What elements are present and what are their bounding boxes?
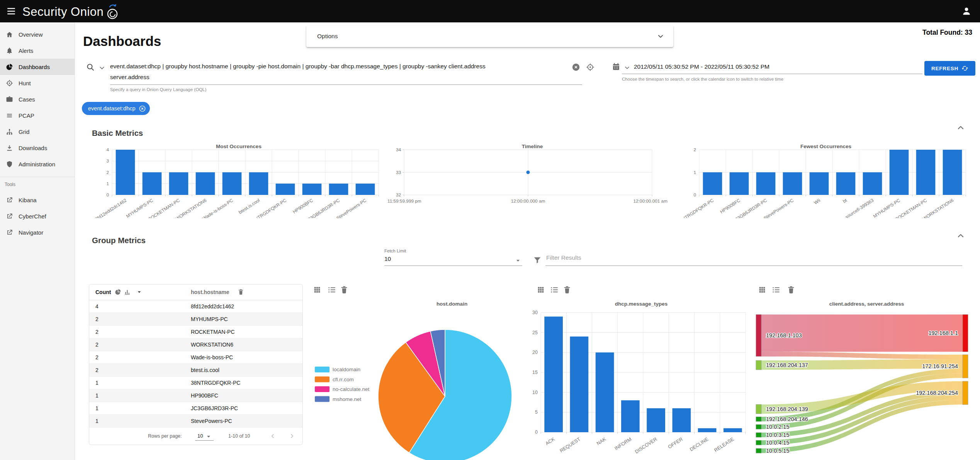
query-input[interactable]: event.dataset:dhcp | groupby host.hostna… [110, 61, 574, 83]
sankey-node-192-168-1-103[interactable] [756, 315, 761, 357]
bar[interactable] [724, 428, 742, 432]
rows-per-page-caret-icon[interactable] [205, 433, 212, 440]
pie-chart-toggle-icon[interactable] [115, 289, 121, 295]
sidebar-item-administration[interactable]: Administration [0, 156, 75, 172]
sidebar-item-pcap[interactable]: PCAP [0, 107, 75, 123]
sankey-node-192-168-204-146[interactable] [756, 417, 761, 421]
timeline-plot[interactable]: 34333211:59:59.999 pm12:00:00.000 am12:0… [386, 141, 678, 218]
bar[interactable] [169, 172, 189, 195]
sankey-node-10-0-5-15[interactable] [756, 448, 761, 453]
bar[interactable] [698, 428, 717, 432]
table-view-icon[interactable] [758, 286, 766, 294]
sort-caret-icon[interactable] [136, 289, 143, 295]
sidebar-item-downloads[interactable]: Downloads [0, 140, 75, 156]
bar[interactable] [703, 172, 722, 195]
sidebar-item-grid[interactable]: Grid [0, 123, 75, 140]
fewest-occurrences-bars[interactable]: 01238NTRGDFQKR-PCHP900BFCJC3GB6JRD3R-PCS… [680, 141, 972, 218]
calendar-icon[interactable] [612, 63, 620, 71]
sankey-node-10-0-4-15[interactable] [756, 440, 761, 445]
legend-label[interactable]: mshome.net [333, 396, 362, 402]
table-row[interactable]: 2btest.is.cool [89, 364, 302, 377]
bar[interactable] [756, 172, 776, 195]
table-row[interactable]: 2WORKSTATION6 [89, 338, 302, 351]
hostname-column-header[interactable]: host.hostname [191, 289, 229, 295]
most-occurrences-bars[interactable]: 012348fd12edd2dc1462MYHUMPS-PCROCKETMAN-… [93, 141, 385, 218]
sidebar-item-overview[interactable]: Overview [0, 26, 75, 42]
legend-swatch[interactable] [315, 386, 329, 392]
refresh-button[interactable]: REFRESH [924, 61, 975, 76]
bar[interactable] [356, 184, 375, 195]
crosshair-actions-icon[interactable] [586, 63, 594, 71]
sankey-node-192-168-1-1[interactable] [963, 315, 968, 352]
bar[interactable] [810, 172, 829, 195]
list-view-icon[interactable] [550, 286, 559, 294]
bar[interactable] [943, 150, 962, 195]
sankey-node-172-16-91-254[interactable] [963, 355, 968, 378]
sankey-node-10-0-3-15[interactable] [756, 433, 761, 437]
table-row[interactable]: 1JC3GB6JRD3R-PC [89, 402, 302, 415]
sidebar-item-navigator[interactable]: Navigator [0, 224, 75, 240]
sankey-link[interactable] [761, 352, 963, 360]
table-row[interactable]: 2ROCKETMAN-PC [89, 326, 302, 338]
bar[interactable] [621, 400, 640, 432]
sidebar-item-kibana[interactable]: Kibana [0, 192, 75, 208]
bar[interactable] [143, 172, 162, 195]
bar[interactable] [647, 408, 665, 432]
bar[interactable] [249, 172, 268, 195]
table-row[interactable]: 2MYHUMPS-PC [89, 313, 302, 326]
sankey-node-10-0-2-15[interactable] [756, 424, 761, 429]
chevron-down-icon[interactable] [656, 32, 665, 41]
trash-icon[interactable] [340, 286, 348, 294]
sidebar-item-cyberchef[interactable]: CyberChef [0, 208, 75, 224]
table-row[interactable]: 48fd12edd2dc1462 [89, 300, 302, 313]
table-row[interactable]: 2Wade-is-boss-PC [89, 351, 302, 364]
filter-chip[interactable]: event.dataset:dhcp [82, 102, 150, 115]
trash-icon[interactable] [238, 289, 244, 295]
clear-query-icon[interactable] [572, 63, 580, 71]
sankey-node-192-168-204-139[interactable] [756, 404, 761, 414]
options-panel[interactable]: Options [306, 25, 673, 47]
bar[interactable] [673, 408, 691, 432]
user-icon[interactable] [961, 6, 972, 16]
bar[interactable] [196, 172, 215, 195]
fetch-limit-select[interactable]: 10 [384, 255, 391, 262]
bar[interactable] [222, 172, 242, 195]
bar[interactable] [302, 184, 322, 195]
sankey-node-192-168-204-254[interactable] [963, 381, 968, 404]
legend-label[interactable]: no-calculate.net [333, 386, 370, 392]
bar[interactable] [329, 184, 348, 195]
legend-swatch[interactable] [315, 396, 329, 402]
table-row[interactable]: 138NTRGDFQKR-PC [89, 377, 302, 389]
table-row[interactable]: 1StevePowers-PC [89, 415, 302, 428]
trash-icon[interactable] [563, 286, 571, 294]
table-view-icon[interactable] [537, 286, 545, 294]
count-column-header[interactable]: Count [95, 289, 111, 295]
group-metrics-collapse-icon[interactable] [956, 231, 966, 241]
data-point[interactable] [527, 171, 530, 174]
legend-label[interactable]: localdomain [333, 367, 360, 372]
bar[interactable] [596, 352, 614, 432]
bar-chart-toggle-icon[interactable] [124, 289, 131, 295]
bar[interactable] [783, 172, 802, 195]
sidebar-item-hunt[interactable]: Hunt [0, 75, 75, 91]
bar[interactable] [276, 184, 295, 195]
date-expand-chevron-icon[interactable] [623, 64, 631, 71]
fetch-limit-caret-icon[interactable] [515, 257, 521, 264]
trash-icon[interactable] [787, 286, 795, 294]
list-view-icon[interactable] [328, 286, 336, 294]
sankey-node-192-168-204-137[interactable] [756, 360, 761, 370]
legend-swatch[interactable] [315, 377, 329, 382]
table-view-icon[interactable] [313, 286, 321, 294]
bar[interactable] [863, 172, 882, 195]
dhcp-message-types-bars[interactable]: 051015202530ACKREQUESTNAKINFORMDISCOVERO… [529, 309, 753, 460]
filter-results-input[interactable] [545, 254, 960, 262]
previous-page-icon[interactable] [269, 433, 276, 440]
bar[interactable] [730, 172, 749, 195]
date-range-input[interactable]: 2012/05/11 05:30:52 PM - 2022/05/11 05:3… [634, 63, 769, 70]
bar[interactable] [544, 316, 563, 432]
client-server-sankey[interactable]: 192.168.1.103192.168.204.137192.168.204.… [753, 309, 980, 460]
bar[interactable] [890, 150, 909, 195]
menu-icon[interactable] [6, 6, 16, 16]
table-row[interactable]: 1HP900BFC [89, 389, 302, 402]
query-expand-chevron-icon[interactable] [98, 64, 106, 72]
